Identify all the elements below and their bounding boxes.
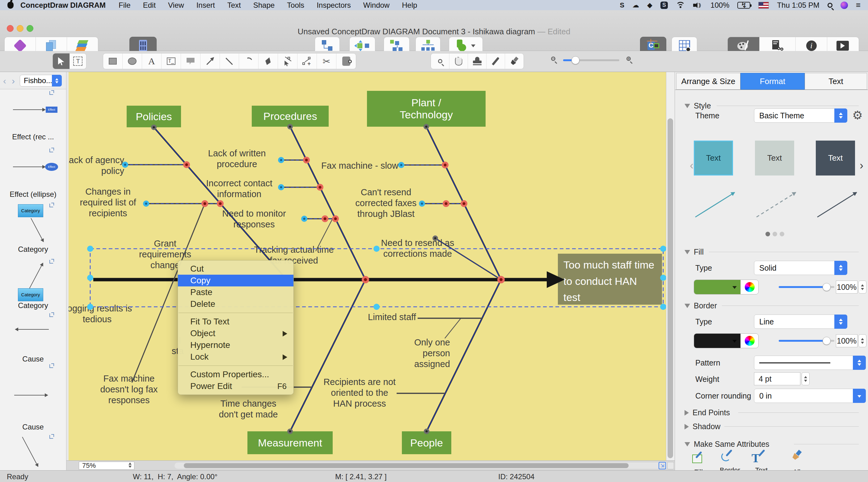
border-opacity-stepper[interactable] [859,334,866,347]
context-item-copy[interactable]: Copy [178,275,293,287]
pen-tool[interactable] [258,54,278,69]
menu-tools[interactable]: Tools [281,1,310,9]
fill-type-dropdown[interactable]: Solid [754,261,847,275]
menu-view[interactable]: View [162,1,190,9]
context-item-custom-properties[interactable]: Custom Properties... [178,369,293,380]
corner-rounding-dropdown[interactable]: 0 in [754,389,866,403]
context-item-power-edit[interactable]: Power Edit F6 [178,380,293,392]
skype-icon[interactable]: S [660,2,668,9]
notification-center-icon[interactable]: ≡ [856,0,861,10]
expand-icon[interactable] [50,260,53,264]
spotlight-search-icon[interactable] [828,3,833,8]
effect-rect-preview[interactable] [13,109,45,110]
expand-icon[interactable] [50,149,53,152]
shape-connect-tool[interactable] [336,54,356,69]
page-corner-icon[interactable] [667,462,674,469]
end-points-section-header[interactable]: End Points [684,408,730,417]
tab-text[interactable]: Text [805,73,867,90]
fill-opacity-stepper[interactable] [859,280,866,294]
shortcuts-icon[interactable]: S [620,1,624,9]
menu-text[interactable]: Text [221,1,247,9]
vertical-scrollbar-thumb[interactable] [668,118,673,458]
cloud-upload-icon[interactable]: ☁ [632,1,639,9]
zoom-slider-knob[interactable] [571,56,580,64]
textbox-tool[interactable]: T_ [161,54,181,69]
expand-icon[interactable] [50,364,53,368]
zoom-out-icon[interactable]: − [551,57,555,61]
add-node-tool[interactable]: + [298,54,317,69]
menu-edit[interactable]: Edit [137,1,162,9]
rectangle-tool[interactable] [103,54,123,69]
color-wheel-icon[interactable] [740,334,758,348]
border-color-value[interactable] [694,334,740,348]
horizontal-scrollbar-thumb[interactable] [184,463,629,468]
zoom-level-control[interactable]: 75% [79,462,134,470]
context-item-delete[interactable]: Delete [178,298,293,310]
ellipse-tool[interactable] [123,54,142,69]
category-chip[interactable]: Category [18,288,43,301]
make-same-text-format-button[interactable]: T [751,450,768,464]
horizontal-scrollbar[interactable] [175,462,718,469]
canvas-viewport[interactable]: Policies Procedures Plant / Technology M… [66,72,666,460]
volume-icon[interactable]: )) [693,2,703,9]
context-item-fit-to-text[interactable]: Fit To Text [178,316,293,328]
nav-forward-icon[interactable]: › [12,76,15,86]
diagram-page[interactable]: Policies Procedures Plant / Technology M… [69,72,666,460]
callout-tool[interactable] [181,54,200,69]
siri-icon[interactable] [840,2,848,9]
gear-icon[interactable]: ⚙ [852,109,863,122]
border-opacity-value[interactable]: 100% [836,334,858,347]
format-brush-tool[interactable] [505,54,524,69]
expand-icon[interactable] [50,204,53,207]
nav-back-icon[interactable]: ‹ [3,76,6,86]
menu-shape[interactable]: Shape [247,1,281,9]
menu-help[interactable]: Help [396,1,423,9]
effect-rect-chip[interactable]: Effect [46,107,58,113]
select-tool[interactable] [53,54,70,69]
border-type-dropdown[interactable]: Line [754,314,847,329]
color-wheel-icon[interactable] [740,280,758,294]
fit-page-icon[interactable]: ⇲ [658,462,666,469]
zoom-tool[interactable] [431,54,450,69]
expand-icon[interactable] [50,91,53,95]
menubar-clock[interactable]: Thu 1:05 PM [777,1,819,9]
fill-color-swatch[interactable] [694,280,758,295]
border-opacity-knob[interactable] [823,337,831,345]
page-dot-active[interactable] [766,232,770,236]
tab-format[interactable]: Format [740,73,805,90]
theme-dropdown[interactable]: Basic Theme [754,109,847,123]
carousel-next-icon[interactable]: › [860,159,863,172]
style-section-header[interactable]: Style [684,101,711,110]
context-item-cut[interactable]: Cut [178,263,293,275]
pan-tool[interactable] [450,54,468,69]
stamp-tool[interactable] [468,54,487,69]
curve-tool[interactable] [239,54,258,69]
apple-icon[interactable] [7,2,13,9]
fill-type-stepper[interactable] [834,261,847,275]
page-dot[interactable] [780,232,784,236]
menu-inspectors[interactable]: Inspectors [310,1,357,9]
expand-icon[interactable] [50,313,53,317]
effect-ellipse-chip[interactable]: Effect [45,163,58,171]
pattern-stepper[interactable] [853,356,866,370]
context-item-hypernote[interactable]: Hypernote [178,339,293,351]
zoom-in-icon[interactable]: + [626,57,631,61]
context-item-object[interactable]: Object [178,328,293,339]
input-language-flag-icon[interactable] [758,2,769,9]
text-select-tool[interactable]: T [70,54,86,69]
effect-ellipse-preview[interactable] [13,167,45,167]
theme-stepper[interactable] [834,109,847,123]
split-tool[interactable]: ✂ [317,54,336,69]
theme-preview-2[interactable]: Text [755,141,794,176]
page-dot[interactable] [773,232,777,236]
tab-arrange-size[interactable]: Arrange & Size [676,73,740,90]
wifi-icon[interactable] [676,2,685,9]
pattern-dropdown[interactable] [754,356,866,370]
library-selector[interactable]: Fishbo... [20,75,62,87]
carousel-prev-icon[interactable]: ‹ [690,159,693,172]
menu-file[interactable]: File [113,1,137,9]
context-item-paste[interactable]: Paste [178,287,293,298]
theme-preview-3[interactable]: Text [816,141,855,176]
border-color-swatch[interactable] [694,333,758,348]
vertical-scrollbar[interactable] [666,72,675,460]
